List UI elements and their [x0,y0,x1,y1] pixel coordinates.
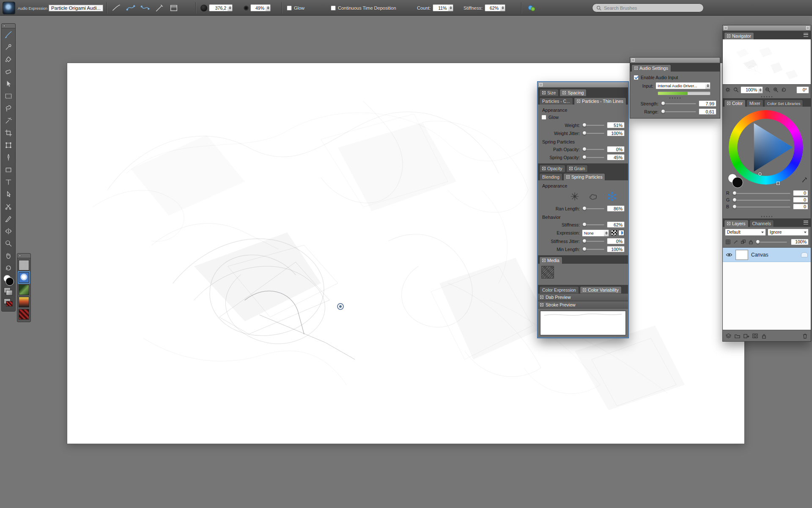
draw-freehand-icon[interactable] [125,3,136,14]
document-canvas[interactable] [67,63,744,444]
audio-input-stepper[interactable] [705,82,710,89]
gravity-particles-icon[interactable] [569,190,581,202]
transform-tool[interactable] [2,139,15,151]
rotation-value[interactable]: 0° [796,86,809,94]
close-tab-icon[interactable] [569,167,573,170]
tab-color[interactable]: Color [724,99,746,107]
crop-tool[interactable] [2,127,15,139]
tab-color-expression[interactable]: Color Expression [539,286,579,293]
color-wheel[interactable] [729,110,803,185]
path-opacity-slider[interactable] [584,149,604,150]
brush-opacity-stepper[interactable] [266,4,271,11]
zoom-stepper[interactable] [758,86,763,94]
pattern-selector[interactable] [2,298,15,309]
range-slider-knob[interactable] [661,109,665,113]
brush-opacity-value[interactable]: 49% [250,4,266,11]
brush-variant-name[interactable]: Particle Origami Audi... [49,5,103,11]
brush-dab-preview-icon[interactable] [3,2,15,14]
tab-size[interactable]: Size [539,89,559,96]
range-slider[interactable] [663,111,696,112]
dropper-tool[interactable] [2,41,15,53]
new-layer-icon[interactable] [743,333,749,339]
eraser-tool[interactable] [2,65,15,77]
toolbox-titlebar[interactable] [2,24,15,28]
path-opacity-slider-knob[interactable] [582,147,587,151]
stiffness-jitter-slider[interactable] [584,240,604,242]
flow-map-swatch[interactable] [19,272,29,283]
red-slider-knob[interactable] [732,191,737,195]
layer-row-canvas[interactable]: Canvas [723,248,811,262]
hue-marker-icon[interactable] [776,182,780,185]
zoom-value[interactable]: 100% [741,86,759,94]
tab-particles-thin-lines[interactable]: Particles - Thin Lines [574,97,626,105]
palette-knife-tool[interactable] [2,213,15,225]
strength-slider-knob[interactable] [661,101,665,105]
pen-tool[interactable] [2,151,15,163]
ran-length-slider[interactable] [584,208,604,209]
layer-link-icon[interactable] [740,239,746,245]
sv-marker-icon[interactable] [758,172,762,176]
tab-blending[interactable]: Blending [539,173,562,180]
range-value[interactable]: 0,61 [699,108,716,115]
scissors-tool[interactable] [2,200,15,213]
min-length-slider[interactable] [584,248,604,250]
ran-length-slider-knob[interactable] [582,206,587,210]
layer-opacity-slider[interactable] [758,241,787,243]
min-length-value[interactable]: 100% [607,246,625,252]
close-tab-icon[interactable] [540,303,543,306]
panel-menu-icon[interactable] [804,221,808,224]
brush-size-value[interactable]: 376,2 [209,4,228,11]
panel-grip[interactable] [723,95,811,98]
green-slider-knob[interactable] [732,198,737,202]
layer-visibility-icon[interactable] [726,252,732,257]
swatchbar-titlebar[interactable] [17,254,30,258]
panel-titlebar[interactable] [630,58,720,63]
tab-channels[interactable]: Channels [749,220,774,227]
brush-search-field[interactable] [592,3,704,12]
layer-opacity-value[interactable]: 100% [791,239,809,245]
spring-opacity-slider-knob[interactable] [582,155,587,159]
weave-swatch[interactable] [19,309,29,320]
delete-layer-icon[interactable] [802,333,808,339]
stroke-preview-header[interactable]: Stroke Preview [538,301,628,309]
path-opacity-value[interactable]: 0% [607,146,625,152]
navigator-preview[interactable] [723,39,811,85]
count-stepper[interactable] [448,4,453,11]
new-layer-mask-icon[interactable] [752,333,758,339]
shape-select-tool[interactable] [2,188,15,200]
lasso-tool[interactable] [2,102,15,114]
pick-up-underlying-color-icon[interactable] [732,239,739,245]
enable-audio-input-checkbox[interactable] [634,75,639,80]
pen-pressure-icon[interactable] [154,3,165,14]
navigator-settings-icon[interactable] [724,86,731,93]
expression-invert-button[interactable] [611,230,617,236]
close-tab-icon[interactable] [727,222,730,225]
weight-jitter-slider[interactable] [584,133,604,134]
count-value[interactable]: 11% [433,4,449,11]
blend-mode-select[interactable]: Default [725,229,766,236]
paper-selector[interactable] [2,287,15,298]
rotate-icon[interactable] [780,86,787,93]
new-layer-group-icon[interactable] [734,333,741,339]
weight-value[interactable]: 51% [607,122,625,128]
brush-size-stepper[interactable] [228,4,233,11]
tab-grain[interactable]: Grain [566,165,588,172]
close-tab-icon[interactable] [542,91,546,94]
close-icon[interactable] [19,254,21,257]
main-color-swatch[interactable] [2,274,15,287]
rotate-page-tool[interactable] [2,262,15,274]
zoom-in-icon[interactable] [772,86,779,93]
close-tab-icon[interactable] [542,167,546,170]
collapse-icon[interactable] [806,26,809,30]
current-color-swatch[interactable] [5,277,14,286]
search-input[interactable] [604,6,700,11]
weight-slider-knob[interactable] [582,123,587,127]
magnifier-icon[interactable] [732,86,739,93]
tab-layers[interactable]: Layers [724,220,749,227]
grabber-tool[interactable] [2,249,15,262]
tab-audio-settings[interactable]: Audio Settings [631,64,671,72]
paint-bucket-tool[interactable] [2,53,15,65]
tab-spring-particles[interactable]: Spring Particles [563,173,606,180]
brush-selector[interactable]: Audio Expression Particle Origami Audi..… [18,6,103,11]
tab-opacity[interactable]: Opacity [539,165,565,172]
